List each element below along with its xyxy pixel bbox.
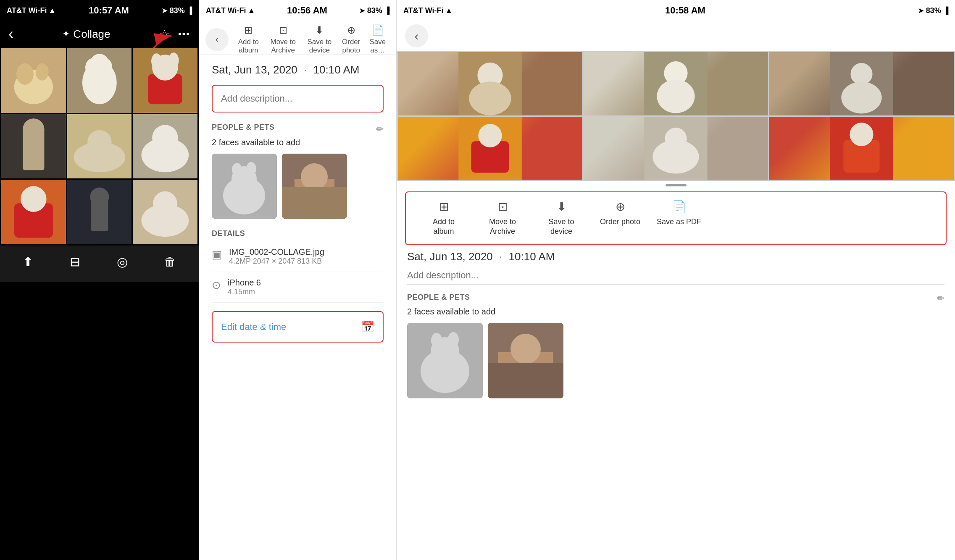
svg-point-47 (657, 79, 695, 113)
photo-cell-3[interactable] (133, 48, 197, 113)
svg-rect-41 (282, 187, 347, 219)
file-info-row: ▣ IMG_0002-COLLAGE.jpg 4.2MP 2047 × 2047… (212, 241, 384, 272)
sliders-button-1[interactable]: ⊟ (70, 254, 80, 269)
svg-point-14 (168, 52, 179, 68)
archive-label: Move to Archive (264, 38, 302, 55)
description-input-2[interactable] (221, 93, 374, 104)
photo-cell-9[interactable] (133, 180, 197, 244)
details-section-2: DETAILS ▣ IMG_0002-COLLAGE.jpg 4.2MP 204… (212, 229, 384, 303)
scroll-indicator (397, 184, 955, 186)
status-bar-3: AT&T Wi-Fi ▲ 10:58 AM ➤ 83% ▐ (397, 0, 955, 21)
action-save-device[interactable]: ⬇ Save to device (302, 24, 337, 55)
p3-photo-4[interactable] (398, 117, 582, 180)
status-left-2: AT&T Wi-Fi ▲ (206, 6, 255, 15)
p3-people-pets-label: PEOPLE & PETS (407, 293, 470, 302)
focal-length-2: 4.15mm (228, 288, 261, 296)
photo-cell-4[interactable] (1, 114, 66, 179)
gps-icon-2: ➤ (359, 7, 365, 15)
carrier-1: AT&T Wi-Fi (7, 6, 47, 15)
p3-photo-5[interactable] (584, 117, 768, 180)
save-device-icon: ⬇ (315, 24, 324, 36)
time-1: 10:57 AM (89, 5, 129, 16)
share-button-1[interactable]: ⬆ (23, 254, 33, 269)
scroll-dot (666, 184, 687, 186)
svg-point-17 (23, 118, 44, 140)
p3-photo-2[interactable] (584, 52, 768, 115)
panel-2: AT&T Wi-Fi ▲ 10:56 AM ➤ 83% ▐ ‹ ⊞ Add to… (199, 0, 396, 560)
collage-label: Collage (73, 28, 110, 41)
p3-save-device-label: Save todevice (548, 217, 574, 237)
photo-cell-6[interactable] (133, 114, 197, 179)
wifi-icon-1: ▲ (48, 6, 56, 15)
p3-save-device-icon: ⬇ (557, 200, 566, 214)
back-button-3[interactable]: ‹ (405, 24, 428, 47)
action-order-photo[interactable]: ⊕ Order photo (337, 24, 366, 55)
action-save-as[interactable]: 📄 Save as… (366, 24, 390, 55)
p3-photo-3[interactable] (769, 52, 954, 115)
p3-archive-label: Move toArchive (489, 217, 516, 237)
p3-action-add-album[interactable]: ⊞ Add toalbum (414, 200, 473, 237)
svg-point-36 (232, 163, 242, 176)
archive-icon: ⊡ (279, 24, 287, 36)
panel-3: AT&T Wi-Fi ▲ 10:58 AM ➤ 83% ▐ ‹ (396, 0, 955, 560)
svg-point-37 (246, 162, 256, 175)
action-archive[interactable]: ⊡ Move to Archive (264, 24, 302, 55)
file-meta-2: 4.2MP 2047 × 2047 813 KB (229, 257, 324, 266)
time-3: 10:58 AM (665, 5, 705, 16)
p3-face-row (407, 323, 944, 398)
p3-photo-date: Sat, Jun 13, 2020 · 10:10 AM (407, 250, 944, 263)
photo-cell-5[interactable] (67, 114, 132, 179)
image-icon-2: ▣ (212, 248, 222, 261)
p3-face-thumb-dog[interactable] (407, 323, 483, 398)
wifi-icon-3: ▲ (445, 6, 453, 15)
svg-point-32 (153, 191, 177, 215)
p3-photo-6[interactable] (769, 117, 954, 180)
photo-cell-2[interactable] (67, 48, 132, 113)
photo-cell-7[interactable] (1, 180, 66, 244)
camera-model-2: iPhone 6 (228, 278, 261, 288)
face-thumb-person-2[interactable] (282, 154, 347, 219)
p3-action-save-device[interactable]: ⬇ Save todevice (532, 200, 591, 237)
status-left-1: AT&T Wi-Fi ▲ (7, 6, 56, 15)
edit-date-button-2[interactable]: Edit date & time 📅 (212, 311, 384, 343)
p3-edit-faces-icon[interactable]: ✏ (937, 293, 944, 304)
more-button-1[interactable]: ••• (178, 29, 190, 39)
edit-faces-icon-2[interactable]: ✏ (376, 124, 384, 135)
svg-point-20 (87, 130, 111, 154)
face-row-2 (212, 154, 384, 219)
lens-button-1[interactable]: ◎ (117, 254, 128, 269)
battery-icon-2: ▐ (385, 7, 389, 14)
carrier-3: AT&T Wi-Fi (403, 6, 443, 15)
svg-point-23 (152, 125, 178, 150)
p3-photo-1[interactable] (398, 52, 582, 115)
svg-point-26 (21, 186, 46, 212)
add-album-icon: ⊞ (244, 24, 253, 36)
p3-face-thumb-person[interactable] (488, 323, 563, 398)
svg-point-4 (36, 63, 49, 81)
status-bar-1: AT&T Wi-Fi ▲ 10:57 AM ➤ 83% ▐ (0, 0, 199, 21)
photo-cell-1[interactable] (1, 48, 66, 113)
battery-icon-3: ▐ (944, 7, 948, 14)
battery-percent-3: 83% (926, 6, 941, 15)
save-as-label: Save as… (366, 38, 390, 55)
action-add-album[interactable]: ⊞ Add to album (233, 24, 264, 55)
p3-description-input[interactable] (407, 270, 944, 285)
p3-action-save-pdf[interactable]: 📄 Save as PDF (650, 200, 708, 237)
p3-action-order-photo[interactable]: ⊕ Order photo (591, 200, 650, 237)
trash-button-1[interactable]: 🗑 (164, 255, 176, 269)
face-thumb-dog-2[interactable] (212, 154, 277, 219)
p3-action-archive[interactable]: ⊡ Move toArchive (473, 200, 532, 237)
svg-rect-68 (488, 363, 563, 398)
save-device-label: Save to device (302, 38, 337, 55)
p3-content: Sat, Jun 13, 2020 · 10:10 AM PEOPLE & PE… (397, 250, 955, 407)
panel-1: AT&T Wi-Fi ▲ 10:57 AM ➤ 83% ▐ ‹ ✦ Collag… (0, 0, 199, 560)
back-button-1[interactable]: ‹ (8, 25, 13, 43)
back-button-2[interactable]: ‹ (205, 28, 229, 51)
p3-order-photo-label: Order photo (600, 217, 640, 227)
photo-cell-8[interactable] (67, 180, 132, 244)
camera-info-row: ⊙ iPhone 6 4.15mm (212, 272, 384, 303)
description-box-2[interactable] (212, 85, 384, 113)
favorite-button-1[interactable]: ☆ (159, 27, 170, 41)
status-bar-2: AT&T Wi-Fi ▲ 10:56 AM ➤ 83% ▐ (199, 0, 396, 21)
collage-sparkle-icon: ✦ (62, 29, 70, 39)
